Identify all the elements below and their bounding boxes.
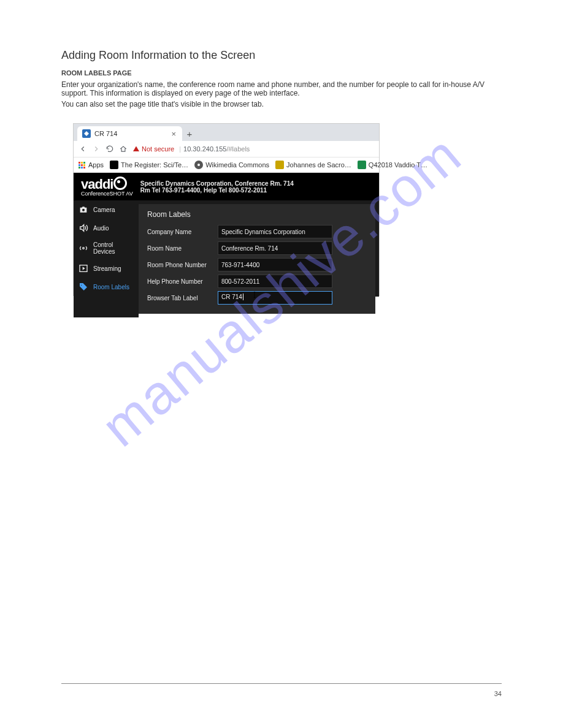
- bookmark-apps[interactable]: Apps: [77, 161, 104, 169]
- tab-label: Browser Tab Label: [147, 295, 218, 301]
- close-tab-button[interactable]: ×: [170, 129, 177, 138]
- app-body: vaddi ConferenceSHOT AV Specific Dynamic…: [74, 173, 379, 297]
- sidebar-item-audio[interactable]: Audio: [74, 219, 139, 237]
- document-body: Adding Room Information to the Screen RO…: [61, 49, 502, 111]
- favicon-icon: [82, 129, 91, 138]
- brand-logo: vaddi ConferenceSHOT AV: [81, 176, 133, 197]
- warning-icon: [132, 145, 140, 153]
- tab-input[interactable]: CR 714: [218, 291, 332, 305]
- wikimedia-icon: [194, 161, 203, 169]
- doc-title: Adding Room Information to the Screen: [61, 49, 502, 62]
- phone-input[interactable]: [218, 258, 332, 271]
- register-icon: [110, 161, 118, 169]
- speaker-icon: [79, 223, 88, 233]
- camera-icon: [79, 205, 88, 214]
- bookmarks-bar: Apps The Register: Sci/Te… Wikimedia Com…: [74, 157, 379, 173]
- text-cursor-icon: [250, 290, 259, 299]
- signal-icon: [79, 243, 88, 253]
- app-main: Camera Audio Control Devices Streaming R…: [74, 200, 379, 317]
- browser-tab[interactable]: CR 714 ×: [77, 126, 182, 141]
- play-icon: [79, 264, 88, 273]
- sidebar-item-control[interactable]: Control Devices: [74, 237, 139, 259]
- address-bar: Not secure | 10.30.240.155/#labels: [74, 141, 379, 157]
- doc-paragraph-2: You can also set the page title that's v…: [61, 100, 502, 108]
- forward-button[interactable]: [90, 142, 103, 156]
- sidebar-item-labels[interactable]: Room Labels: [74, 278, 139, 296]
- panel-title: Room Labels: [147, 210, 367, 219]
- room-labels-panel: Room Labels Company Name Room Name Room …: [139, 204, 375, 314]
- home-button[interactable]: [117, 142, 130, 156]
- header-info: Specific Dynamics Corporation, Conferenc…: [140, 180, 294, 194]
- logo-eye-icon: [113, 176, 127, 190]
- text-caret: [243, 294, 243, 300]
- page-number: 34: [494, 690, 502, 697]
- new-tab-button[interactable]: +: [182, 126, 197, 141]
- app-header: vaddi ConferenceSHOT AV Specific Dynamic…: [74, 173, 379, 200]
- tab-strip: CR 714 × +: [74, 124, 379, 141]
- browser-window: CR 714 × + Not secure | 10.30.240.155/#l…: [74, 124, 379, 295]
- sidebar-item-streaming[interactable]: Streaming: [74, 259, 139, 278]
- separator: |: [179, 145, 181, 153]
- company-input[interactable]: [218, 225, 332, 238]
- doc-subtitle: ROOM LABELS PAGE: [61, 69, 502, 77]
- help-label: Help Phone Number: [147, 278, 218, 285]
- bookmark-register[interactable]: The Register: Sci/Te…: [110, 161, 188, 169]
- sidebar-item-camera[interactable]: Camera: [74, 200, 139, 219]
- shield-icon: [275, 161, 284, 169]
- reload-button[interactable]: [103, 142, 117, 156]
- doc-icon: [358, 161, 366, 169]
- company-label: Company Name: [147, 229, 218, 235]
- room-label: Room Name: [147, 245, 218, 252]
- apps-icon: [77, 161, 86, 169]
- tag-icon: [79, 282, 88, 292]
- help-input[interactable]: [218, 275, 332, 288]
- bookmark-johannes[interactable]: Johannes de Sacro…: [275, 161, 351, 169]
- security-badge[interactable]: Not secure: [132, 145, 174, 153]
- url-text[interactable]: 10.30.240.155/#labels: [183, 145, 250, 153]
- sidebar: Camera Audio Control Devices Streaming R…: [74, 200, 139, 317]
- room-input[interactable]: [218, 241, 332, 255]
- footer-divider: [61, 683, 502, 684]
- bookmark-q4[interactable]: Q42018 Vaddio T…: [358, 161, 427, 169]
- doc-paragraph-1: Enter your organization's name, the conf…: [61, 80, 502, 97]
- bookmark-wikimedia[interactable]: Wikimedia Commons: [194, 161, 269, 169]
- tab-title: CR 714: [94, 130, 170, 137]
- back-button[interactable]: [76, 142, 90, 156]
- phone-label: Room Phone Number: [147, 262, 218, 268]
